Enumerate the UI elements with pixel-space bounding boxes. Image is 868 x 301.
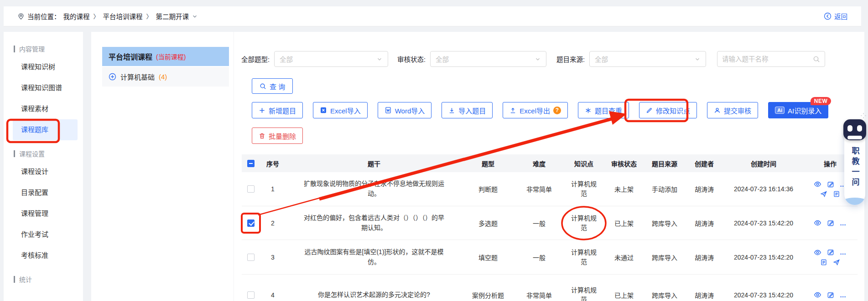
col-header-num: 序号 [260,159,286,168]
send-icon[interactable] [820,190,827,198]
add-question-button[interactable]: 新增题目 [252,102,303,118]
chevron-down-icon[interactable] [192,13,198,20]
sidebar-item-catalog-config[interactable]: 目录配置 [4,182,83,203]
col-header-difficulty: 难度 [514,159,565,168]
filter-source-select[interactable]: 全部 [589,51,706,67]
current-course-badge: (当前课程) [156,52,186,61]
plus-icon [259,107,265,114]
word-import-button[interactable]: Word导入 [378,102,432,118]
col-header-creator: 创建者 [684,159,724,168]
select-all-checkbox[interactable] [247,160,255,167]
eye-icon[interactable] [814,219,821,227]
excel-export-button[interactable]: Excel导出 ? [503,102,568,118]
edit-knowledge-button[interactable]: 修改知识点 [639,102,697,118]
cell-creator: 胡涛涛 [684,291,724,300]
excel-import-button[interactable]: Excel导入 [313,102,368,118]
filter-type-label: 全部题型: [241,54,270,64]
upload-icon [509,107,516,114]
row-checkbox[interactable] [247,219,255,227]
filter-type-value: 全部 [280,54,293,64]
edit-icon[interactable] [827,181,834,188]
back-label: 返回 [834,11,847,21]
cell-knowledge: 计算机规范 [570,214,598,233]
cell-status: 已上架 [603,291,645,300]
breadcrumb-link-platform-course[interactable]: 平台培训课程 [103,11,143,21]
edit-knowledge-label: 修改知识点 [656,106,690,115]
current-course-header[interactable]: 平台培训课程 (当前课程) [102,47,229,66]
cell-status: 已上架 [603,219,645,228]
edit-icon[interactable] [827,219,834,227]
cell-knowledge: 计算机规范 [570,286,598,301]
ai-entry-button[interactable]: Ai AI识别录入 NEW [768,102,828,118]
form-icon[interactable] [833,190,840,198]
question-count: (4) [159,73,167,81]
sidebar-item-knowledge-tree[interactable]: 课程知识树 [4,56,83,77]
more-actions-icon[interactable]: … [840,291,847,299]
cell-stem: 扩散现象说明物质的分子在永不停息地做无规则运动。 [301,179,447,199]
sidebar-item-homework-exam[interactable]: 作业考试 [4,224,83,245]
sidebar-item-knowledge-graph[interactable]: 课程知识图谱 [4,77,83,98]
table-row: 3 远古陶纹图案有些是[填空(1)]形状的，这就不是模仿。 填空题 一般 计算机… [242,240,858,275]
table-row: 4 你是怎样认识艺术起源的多元决定论的? 案例分析题 非常简单 计算机规范 已上… [242,275,858,301]
cell-created: 2024-07-23 15:42:20 [724,254,803,261]
sidebar-item-question-bank[interactable]: 课程题库 [13,119,78,140]
breadcrumb-current-term[interactable]: 第二期开课 [156,11,189,21]
filter-status-value: 全部 [436,54,449,64]
top-breadcrumb-bar: 当前位置： 我的课程 〉 平台培训课程 〉 第二期开课 返回 [4,6,861,26]
cell-difficulty: 非常简单 [514,184,565,194]
cell-status: 未上架 [603,184,645,194]
row-checkbox[interactable] [247,254,255,261]
filter-type-select[interactable]: 全部 [274,51,388,67]
back-button[interactable]: 返回 [824,11,847,21]
edit-icon[interactable] [827,291,834,299]
submit-review-button[interactable]: 提交审核 [707,102,758,118]
batch-delete-button[interactable]: 批量删除 [252,128,303,144]
cell-num: 3 [260,254,286,261]
sparkle-icon [860,112,867,119]
ai-icon: Ai [775,107,785,114]
assistant-widget[interactable]: 职教一问 [842,114,868,205]
excel-export-label: Excel导出 [520,106,550,115]
cell-stem: 对红色的偏好，包含着远古人类对（）（）（）的早期认知。 [301,213,447,233]
import-questions-button[interactable]: 导入题目 [442,102,493,118]
row-checkbox[interactable] [247,185,255,193]
assistant-name: 职教一问 [849,147,861,189]
send-icon[interactable] [833,259,840,266]
cell-difficulty: 一般 [514,253,565,262]
excel-file-icon [320,107,327,114]
sidebar-item-course-mgmt[interactable]: 课程管理 [4,203,83,224]
export-help-icon[interactable]: ? [553,107,561,114]
sidebar-item-assessment-standard[interactable]: 考核标准 [4,245,83,266]
eye-icon[interactable] [814,291,821,299]
search-icon[interactable] [813,56,820,63]
breadcrumb-link-my-courses[interactable]: 我的课程 [63,11,90,21]
cell-created: 2024-07-23 15:42:20 [724,291,803,299]
eye-icon[interactable] [814,249,821,256]
question-table: 序号 题干 题型 难度 知识点 审核状态 题目来源 创建者 创建时间 操作 1 … [242,154,858,301]
word-file-icon [385,107,392,114]
circle-plus-icon[interactable] [109,73,116,81]
sidebar: 内容管理 课程知识树 课程知识图谱 课程素材 课程题库 课程设置 课程设计 目录… [4,32,83,301]
word-import-label: Word导入 [395,106,425,115]
chevron-down-icon [376,56,383,62]
col-header-created: 创建时间 [724,159,803,168]
filter-row: 全部题型: 全部 审核状态: 全部 题目来源: 全部 [241,51,825,67]
stem-search-input[interactable] [722,56,813,63]
filter-status-select[interactable]: 全部 [430,51,546,67]
batch-delete-label: 批量删除 [269,131,296,141]
sidebar-item-course-design[interactable]: 课程设计 [4,161,83,182]
course-title: 平台培训课程 [109,51,152,62]
cell-difficulty: 非常简单 [514,291,565,300]
sidebar-item-course-material[interactable]: 课程素材 [4,98,83,119]
course-tree-item-computer-basics[interactable]: 计算机基础 (4) [102,67,229,87]
edit-icon[interactable] [827,249,834,256]
eye-icon[interactable] [814,180,821,188]
query-button[interactable]: 查 询 [252,78,293,94]
dedupe-button[interactable]: 题目查重 [578,102,629,118]
form-icon[interactable] [820,259,827,266]
main-panel: 平台培训课程 (当前课程) 计算机基础 (4) 全部题型: 全部 审核状态: 全… [91,32,864,301]
row-checkbox[interactable] [247,291,255,299]
more-actions-icon[interactable]: … [840,219,847,227]
table-row: 1 扩散现象说明物质的分子在永不停息地做无规则运动。 判断题 非常简单 计算机规… [242,172,858,206]
more-actions-icon[interactable]: … [840,249,847,256]
